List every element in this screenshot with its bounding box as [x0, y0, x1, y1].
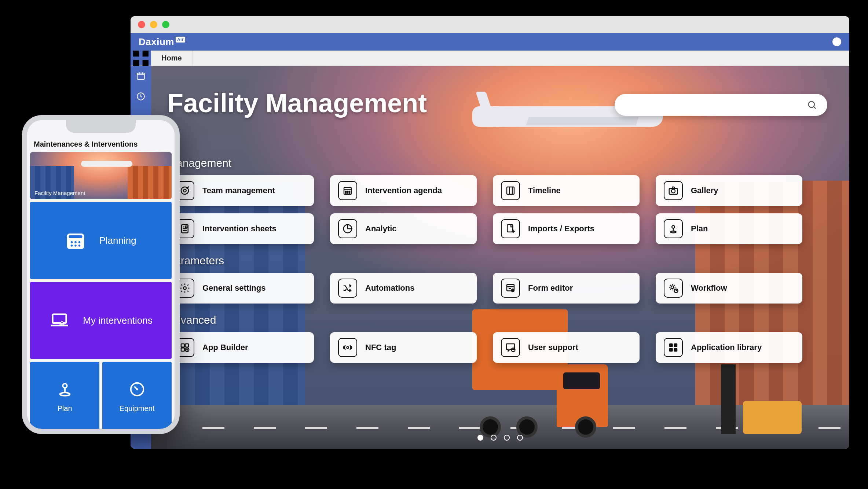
- tile-label: Form editor: [528, 283, 573, 293]
- gear-icon: [179, 283, 190, 294]
- section-title-management: Management: [167, 157, 849, 169]
- tile-nfc-tag[interactable]: NFC tag: [330, 332, 477, 363]
- tile-label: Timeline: [528, 186, 561, 195]
- svg-rect-3: [143, 60, 149, 66]
- svg-rect-0: [133, 51, 139, 56]
- svg-point-11: [347, 191, 348, 192]
- apps-grid-button[interactable]: [131, 51, 151, 66]
- pager-dot-3[interactable]: [504, 435, 510, 441]
- section-title-parameters: Parameters: [167, 254, 849, 267]
- svg-point-15: [349, 192, 350, 194]
- phone-tile-interventions[interactable]: My interventions: [30, 282, 172, 359]
- svg-point-14: [347, 192, 348, 194]
- phone-screen-title: Maintenances & Interventions: [27, 135, 175, 152]
- svg-point-49: [63, 383, 67, 388]
- tile-label: Gallery: [691, 186, 718, 195]
- tile-application-library[interactable]: Application library: [656, 332, 802, 363]
- tile-user-support[interactable]: User support: [493, 332, 640, 363]
- svg-point-33: [347, 347, 349, 349]
- phone-banner[interactable]: Facility Management: [30, 152, 172, 199]
- gauge-icon: [129, 381, 146, 398]
- nfc-icon: [342, 342, 353, 353]
- breadcrumb: Home: [131, 51, 849, 66]
- phone-banner-caption: Facility Management: [34, 190, 85, 196]
- tile-team-management[interactable]: Team management: [167, 175, 314, 206]
- columns-icon: [505, 185, 516, 196]
- svg-rect-16: [507, 187, 514, 194]
- tile-label: NFC tag: [365, 343, 396, 352]
- svg-point-6: [809, 102, 814, 107]
- user-avatar[interactable]: [832, 37, 841, 46]
- hero-pager: [477, 435, 523, 441]
- svg-rect-31: [181, 348, 184, 351]
- tile-imports-exports[interactable]: Imports / Exports: [493, 213, 640, 244]
- tile-plan[interactable]: Plan: [656, 213, 802, 244]
- tile-general-settings[interactable]: General settings: [167, 273, 314, 304]
- rail-clock-button[interactable]: [136, 92, 146, 103]
- breadcrumb-home[interactable]: Home: [151, 51, 193, 66]
- pager-dot-4[interactable]: [517, 435, 523, 441]
- tile-label: Automations: [365, 283, 414, 293]
- camera-icon: [668, 185, 679, 196]
- tile-label: Plan: [691, 224, 708, 233]
- hero-title: Facility Management: [167, 88, 427, 118]
- svg-point-23: [671, 231, 676, 233]
- tile-label: Intervention sheets: [202, 224, 276, 233]
- tile-app-builder[interactable]: App Builder: [167, 332, 314, 363]
- phone-tile-grid: Planning My interventions Plan Equipment: [27, 199, 175, 434]
- chat-help-icon: [505, 342, 516, 353]
- tile-intervention-sheets[interactable]: Intervention sheets: [167, 213, 314, 244]
- app-body: Facility Management Management Team mana…: [131, 66, 849, 449]
- tile-automations[interactable]: Automations: [330, 273, 477, 304]
- search-input[interactable]: [615, 94, 827, 116]
- svg-point-47: [78, 244, 81, 247]
- phone-tile-label: My interventions: [83, 315, 152, 326]
- laptop-alert-icon: [49, 310, 70, 331]
- svg-rect-2: [133, 60, 139, 66]
- phone-tile-planning[interactable]: Planning: [30, 202, 172, 279]
- svg-rect-20: [185, 226, 187, 228]
- svg-point-18: [671, 189, 675, 193]
- svg-point-50: [60, 393, 70, 396]
- tile-label: User support: [528, 343, 578, 352]
- tile-intervention-agenda[interactable]: Intervention agenda: [330, 175, 477, 206]
- phone-tile-label: Planning: [99, 235, 136, 246]
- svg-rect-36: [674, 344, 677, 347]
- brand-name: Daxium: [139, 36, 174, 48]
- clock-icon: [136, 92, 146, 101]
- tile-label: Team management: [202, 186, 275, 195]
- window-maximize-button[interactable]: [162, 21, 169, 28]
- window-minimize-button[interactable]: [150, 21, 157, 28]
- tile-label: Analytic: [365, 224, 397, 233]
- phone-screen: Maintenances & Interventions Facility Ma…: [27, 120, 175, 429]
- app-add-icon: [179, 342, 190, 353]
- tile-form-editor[interactable]: Form editor: [493, 273, 640, 304]
- tile-timeline[interactable]: Timeline: [493, 175, 640, 206]
- shuffle-icon: [342, 283, 353, 294]
- svg-point-27: [671, 286, 674, 289]
- phone-tile-label: Plan: [57, 404, 72, 413]
- tile-workflow[interactable]: Workflow: [656, 273, 802, 304]
- window-controls: [138, 21, 169, 28]
- window-close-button[interactable]: [138, 21, 145, 28]
- phone-tile-equipment[interactable]: Equipment: [102, 362, 172, 431]
- tile-label: General settings: [202, 283, 265, 293]
- pager-dot-1[interactable]: [477, 435, 483, 441]
- calendar-icon: [136, 71, 146, 81]
- tile-analytic[interactable]: Analytic: [330, 213, 477, 244]
- phone-tile-plan[interactable]: Plan: [30, 362, 99, 431]
- apps-grid-icon: [668, 342, 679, 353]
- rail-calendar-button[interactable]: [136, 71, 146, 82]
- tile-row: Team management Intervention agenda Time…: [167, 175, 849, 206]
- svg-rect-1: [143, 51, 149, 56]
- brand-bar: Daxium Air: [131, 33, 849, 51]
- target-icon: [179, 185, 190, 196]
- svg-rect-4: [137, 73, 144, 79]
- calendar-grid-icon: [342, 185, 353, 196]
- section-title-advanced: Advanced: [167, 314, 849, 326]
- pager-dot-2[interactable]: [491, 435, 497, 441]
- tile-label: Workflow: [691, 283, 727, 293]
- pie-chart-icon: [342, 223, 353, 234]
- brand-logo[interactable]: Daxium Air: [139, 36, 185, 48]
- tile-gallery[interactable]: Gallery: [656, 175, 802, 206]
